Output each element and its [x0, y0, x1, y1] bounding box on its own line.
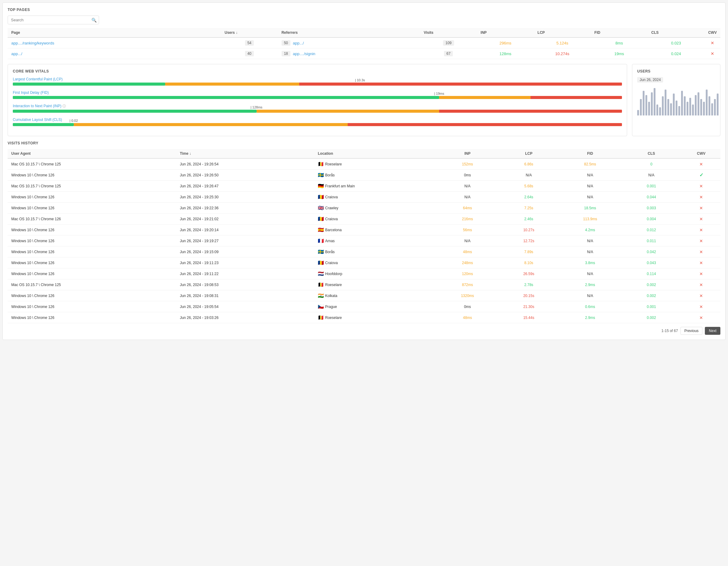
cell-inp: 152ms — [437, 159, 498, 170]
cell-lcp: 10.27s — [498, 225, 559, 236]
cell-cwv: ✕ — [682, 312, 720, 323]
flag-icon: 🇧🇪 — [318, 315, 324, 320]
chart-bar — [708, 96, 710, 116]
cell-fid: 113.9ms — [559, 214, 621, 225]
location-name: Roeselare — [325, 315, 342, 320]
flag-icon: 🇷🇴 — [318, 216, 324, 222]
cell-cls: 0.004 — [621, 214, 682, 225]
cell-time: Jun 26, 2024 - 19:15:09 — [176, 247, 314, 258]
cell-agent: Windows 10 \ Chrome 126 — [8, 225, 176, 236]
prev-button[interactable]: Previous — [680, 327, 703, 335]
cell-time: Jun 26, 2024 - 19:26:50 — [176, 170, 314, 181]
vh-col-cls: CLS — [621, 149, 682, 159]
cwv-bar: | 128ms — [13, 110, 622, 113]
chart-bar — [651, 92, 653, 116]
cell-referrers: 18 app..../signin — [278, 48, 420, 59]
col-header-page: Page — [8, 28, 221, 37]
cell-agent: Windows 10 \ Chrome 126 — [8, 247, 176, 258]
cell-lcp: N/A — [498, 170, 559, 181]
chart-bar — [637, 110, 639, 116]
chart-bar — [659, 107, 661, 116]
pagination-info: 1-15 of 67 — [662, 329, 678, 333]
cell-inp: 872ms — [437, 280, 498, 290]
col-header-cwv: CWV — [705, 28, 720, 37]
cwv-metric-row: Cumulative Layout Shift (CLS) | 0.02 — [13, 118, 622, 126]
chart-bar — [678, 106, 680, 116]
cell-fid: N/A — [559, 236, 621, 247]
cwv-metric-row: First Input Delay (FID) | 19ms — [13, 91, 622, 99]
cell-location: 🇩🇪 Frankfurt am Main — [314, 181, 437, 192]
cwv-x: ✕ — [699, 195, 703, 200]
vh-col-inp: INP — [437, 149, 498, 159]
cwv-label: Cumulative Layout Shift (CLS) — [13, 118, 622, 122]
cwv-bar-red — [299, 83, 622, 86]
cell-lcp: 6.86s — [498, 159, 559, 170]
cwv-marker: | 19ms — [434, 92, 444, 95]
cwv-bar-green — [13, 83, 165, 86]
cell-agent: Mac OS 10.15.7 \ Chrome 126 — [8, 214, 176, 225]
cell-lcp: 5.124s — [534, 37, 591, 48]
cell-lcp: 15.44s — [498, 312, 559, 323]
vh-col-time[interactable]: Time ↓ — [176, 149, 314, 159]
cell-time: Jun 26, 2024 - 19:08:53 — [176, 280, 314, 290]
cwv-x: ✕ — [699, 162, 703, 167]
cwv-marker: | 128ms — [250, 105, 262, 109]
location-name: Prague — [325, 304, 337, 309]
chart-date: Jun 26, 2024 — [637, 77, 663, 83]
cell-cls: 0.002 — [621, 290, 682, 301]
cwv-x: ✕ — [699, 228, 703, 233]
cwv-x: ✕ — [699, 217, 703, 222]
cell-agent: Windows 10 \ Chrome 126 — [8, 269, 176, 280]
search-input[interactable] — [8, 16, 99, 24]
cell-time: Jun 26, 2024 - 19:05:54 — [176, 301, 314, 312]
cell-cwv: ✕ — [682, 280, 720, 290]
cell-time: Jun 26, 2024 - 19:25:30 — [176, 192, 314, 203]
cell-lcp: 2.78s — [498, 280, 559, 290]
cell-cls: N/A — [621, 170, 682, 181]
cell-lcp: 7.25s — [498, 203, 559, 214]
col-header-referrers: Referrers — [278, 28, 420, 37]
chart-bar — [648, 102, 650, 116]
col-header-users[interactable]: Users ↓ — [221, 28, 278, 37]
cell-fid: 82.5ms — [559, 159, 621, 170]
cell-inp: 56ms — [437, 225, 498, 236]
list-item: Windows 10 \ Chrome 126 Jun 26, 2024 - 1… — [8, 203, 720, 214]
cwv-metric-row: Interaction to Next Paint (INP) ⓘ | 128m… — [13, 104, 622, 113]
list-item: Windows 10 \ Chrome 126 Jun 26, 2024 - 1… — [8, 312, 720, 323]
cell-location: 🇸🇪 Borås — [314, 170, 437, 181]
location-name: Craiova — [325, 217, 338, 221]
location-name: Borås — [325, 250, 335, 254]
list-item: Mac OS 10.15.7 \ Chrome 125 Jun 26, 2024… — [8, 280, 720, 290]
table-row: app.../ 40 18 app..../signin 67 128ms 10… — [8, 48, 720, 59]
cell-cwv: ✕ — [682, 203, 720, 214]
list-item: Windows 10 \ Chrome 126 Jun 26, 2024 - 1… — [8, 247, 720, 258]
chart-bar — [692, 105, 694, 116]
list-item: Windows 10 \ Chrome 126 Jun 26, 2024 - 1… — [8, 301, 720, 312]
cell-agent: Windows 10 \ Chrome 126 — [8, 301, 176, 312]
cell-cwv: ✕ — [682, 269, 720, 280]
cell-cwv: ✕ — [682, 290, 720, 301]
cwv-metric-row: Largest Contentful Paint (LCP) | 10.3s — [13, 77, 622, 86]
cell-inp: 0ms — [437, 301, 498, 312]
cell-cwv: ✕ — [682, 225, 720, 236]
cell-cwv: ✕ — [682, 236, 720, 247]
cell-cwv: ✓ — [682, 170, 720, 181]
cell-fid: 19ms — [591, 48, 648, 59]
cell-cls: 0.024 — [648, 48, 705, 59]
flag-icon: 🇷🇴 — [318, 194, 324, 200]
next-button[interactable]: Next — [705, 327, 720, 335]
cell-agent: Windows 10 \ Chrome 126 — [8, 203, 176, 214]
cell-cls: 0 — [621, 159, 682, 170]
list-item: Windows 10 \ Chrome 126 Jun 26, 2024 - 1… — [8, 290, 720, 301]
cwv-bar: | 0.02 — [13, 123, 622, 126]
list-item: Windows 10 \ Chrome 126 Jun 26, 2024 - 1… — [8, 236, 720, 247]
location-name: Barcelona — [325, 228, 342, 232]
cell-inp: N/A — [437, 181, 498, 192]
col-header-inp: INP — [477, 28, 534, 37]
flag-icon: 🇩🇪 — [318, 183, 324, 189]
cell-lcp: 10.274s — [534, 48, 591, 59]
flag-icon: 🇸🇪 — [318, 172, 324, 178]
cell-agent: Windows 10 \ Chrome 126 — [8, 258, 176, 269]
cell-fid: 4.2ms — [559, 225, 621, 236]
cwv-bar-red — [531, 96, 622, 99]
